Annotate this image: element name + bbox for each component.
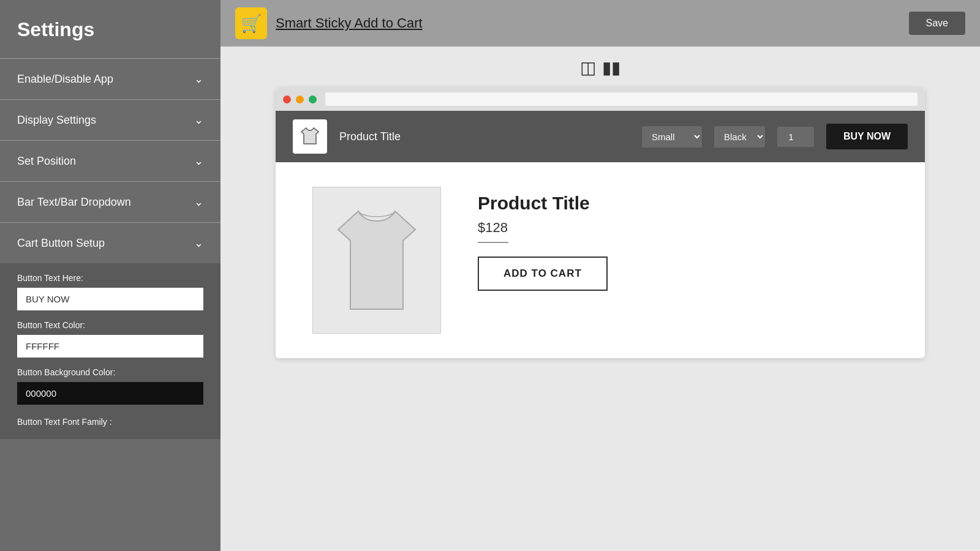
- font-family-label: Button Text Font Family :: [17, 417, 203, 427]
- product-info: Product Title $128 ADD TO CART: [478, 187, 888, 334]
- app-title: Smart Sticky Add to Cart: [276, 15, 423, 31]
- browser-dot-green: [309, 96, 317, 103]
- browser-mock: Product Title Small Medium Large Black W…: [276, 88, 925, 358]
- accordion-header-display-settings[interactable]: Display Settings ⌄: [0, 100, 221, 140]
- button-text-color-label: Button Text Color:: [17, 320, 203, 330]
- save-button[interactable]: Save: [909, 12, 965, 35]
- product-page-title: Product Title: [478, 193, 590, 214]
- browser-dot-yellow: [296, 96, 304, 103]
- product-price: $128: [478, 220, 508, 236]
- button-text-color-input[interactable]: [17, 335, 203, 358]
- accordion-header-set-position[interactable]: Set Position ⌄: [0, 141, 221, 181]
- accordion-header-enable-disable[interactable]: Enable/Disable App ⌄: [0, 59, 221, 99]
- accordion-display-settings: Display Settings ⌄: [0, 99, 221, 140]
- browser-dot-red: [283, 96, 291, 103]
- price-divider: [478, 242, 508, 243]
- button-text-input[interactable]: [17, 288, 203, 310]
- accordion-label-bar-text: Bar Text/Bar Dropdown: [17, 196, 131, 209]
- chevron-down-icon: ⌄: [194, 72, 203, 86]
- sticky-bar: Product Title Small Medium Large Black W…: [276, 111, 925, 162]
- accordion-cart-button: Cart Button Setup ⌄ Button Text Here: Bu…: [0, 222, 221, 439]
- quantity-input[interactable]: [777, 127, 814, 147]
- accordion-label-display-settings: Display Settings: [17, 114, 96, 127]
- chevron-down-icon: ⌄: [194, 113, 203, 127]
- add-to-cart-button[interactable]: ADD TO CART: [478, 257, 608, 291]
- cart-icon: 🛒: [241, 13, 262, 34]
- app-title-area: 🛒 Smart Sticky Add to Cart: [235, 7, 423, 39]
- app-icon: 🛒: [235, 7, 267, 39]
- sidebar: Settings Enable/Disable App ⌄ Display Se…: [0, 0, 221, 551]
- product-image-area: [312, 187, 441, 334]
- color-select[interactable]: Black White Red: [714, 126, 765, 148]
- desktop-icon[interactable]: ▮▮: [602, 58, 620, 78]
- button-bg-color-label: Button Background Color:: [17, 367, 203, 377]
- accordion-header-bar-text[interactable]: Bar Text/Bar Dropdown ⌄: [0, 182, 221, 222]
- tshirt-icon: [299, 126, 321, 148]
- browser-toolbar: [276, 88, 925, 111]
- browser-url-bar: [325, 92, 918, 106]
- product-thumbnail: [293, 119, 327, 154]
- chevron-down-icon: ⌄: [194, 195, 203, 209]
- accordion-bar-text: Bar Text/Bar Dropdown ⌄: [0, 181, 221, 222]
- sticky-bar-product-title: Product Title: [339, 130, 630, 143]
- accordion-label-set-position: Set Position: [17, 155, 76, 168]
- accordion-label-cart-button: Cart Button Setup: [17, 237, 105, 250]
- button-bg-color-input[interactable]: [17, 382, 203, 405]
- preview-area: ◫ ▮▮ Product Title Small: [221, 47, 980, 551]
- chevron-down-icon: ⌄: [194, 236, 203, 250]
- accordion-label-enable-disable: Enable/Disable App: [17, 73, 113, 86]
- device-toggle: ◫ ▮▮: [580, 58, 620, 78]
- accordion-header-cart-button[interactable]: Cart Button Setup ⌄: [0, 223, 221, 263]
- product-tshirt-svg: [325, 199, 429, 321]
- size-select[interactable]: Small Medium Large: [642, 126, 702, 148]
- main-content: 🛒 Smart Sticky Add to Cart Save ◫ ▮▮: [221, 0, 980, 551]
- cart-button-setup-content: Button Text Here: Button Text Color: But…: [0, 263, 221, 439]
- buy-now-button[interactable]: BUY NOW: [826, 124, 908, 149]
- sidebar-title: Settings: [0, 0, 221, 58]
- chevron-down-icon: ⌄: [194, 154, 203, 168]
- product-page: Product Title $128 ADD TO CART: [276, 162, 925, 358]
- button-text-label: Button Text Here:: [17, 273, 203, 283]
- accordion-enable-disable: Enable/Disable App ⌄: [0, 58, 221, 99]
- mobile-icon[interactable]: ◫: [580, 58, 596, 78]
- topbar: 🛒 Smart Sticky Add to Cart Save: [221, 0, 980, 47]
- accordion-set-position: Set Position ⌄: [0, 140, 221, 181]
